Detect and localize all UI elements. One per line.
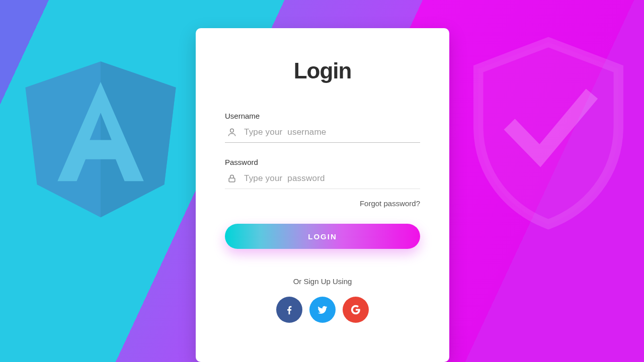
user-icon bbox=[227, 127, 237, 137]
username-field: Username bbox=[225, 112, 420, 143]
twitter-icon bbox=[317, 304, 328, 315]
page-title: Login bbox=[294, 58, 352, 83]
password-label: Password bbox=[225, 158, 420, 166]
signup-prompt: Or Sign Up Using bbox=[293, 277, 352, 286]
password-input[interactable] bbox=[244, 173, 420, 184]
twitter-login-button[interactable] bbox=[309, 297, 336, 323]
svg-rect-3 bbox=[229, 178, 235, 182]
login-card: Login Username Password Forgot password?… bbox=[196, 28, 449, 362]
svg-point-2 bbox=[230, 129, 234, 132]
angular-logo-icon bbox=[15, 40, 186, 226]
lock-icon bbox=[227, 173, 237, 184]
social-login-row bbox=[276, 297, 369, 323]
facebook-login-button[interactable] bbox=[276, 297, 302, 323]
forgot-password-link[interactable]: Forgot password? bbox=[225, 199, 420, 208]
google-login-button[interactable] bbox=[343, 297, 369, 323]
shield-check-icon bbox=[463, 35, 634, 231]
google-icon bbox=[350, 304, 361, 315]
username-input[interactable] bbox=[244, 127, 420, 137]
password-field: Password bbox=[225, 158, 420, 189]
username-label: Username bbox=[225, 112, 420, 120]
login-button[interactable]: LOGIN bbox=[225, 224, 420, 249]
facebook-icon bbox=[284, 304, 295, 315]
